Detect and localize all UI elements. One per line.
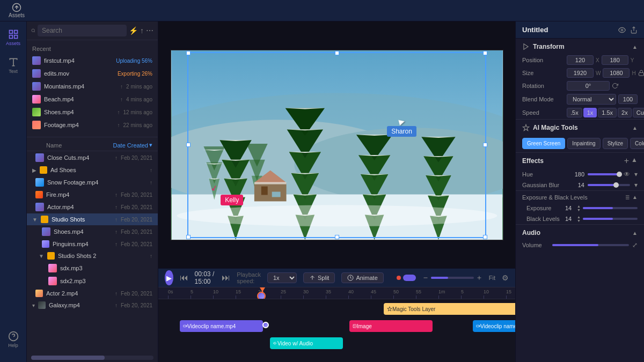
more-effect-icon[interactable]: ▾ — [634, 171, 638, 178]
track-clip-image[interactable]: Image — [349, 320, 433, 332]
list-item[interactable]: sdx.mp3 — [27, 262, 158, 275]
settings-button[interactable]: ⚙ — [502, 274, 509, 282]
file-name: Studio Shots — [52, 216, 112, 223]
black-levels-stepper[interactable]: ▲▼ — [577, 215, 581, 223]
list-item[interactable]: ▼ Studio Shots 2 ↑ — [27, 250, 158, 262]
zoom-slider[interactable] — [431, 277, 474, 279]
list-item[interactable]: ▼ Studio Shots ↑ Feb 20, 2021 — [27, 213, 158, 225]
track-clip-magic-tools[interactable]: Magic Tools Layer — [384, 303, 515, 315]
fit-button[interactable]: Fit — [489, 275, 495, 281]
rotation-input[interactable] — [567, 81, 610, 91]
volume-slider[interactable] — [552, 244, 629, 246]
playhead-avatar — [257, 292, 266, 299]
size-w-input[interactable] — [567, 68, 594, 78]
search-input[interactable] — [38, 25, 127, 36]
list-item[interactable]: Beach.mp4 ↑ 4 mins ago — [27, 93, 158, 106]
speed-custom[interactable]: Custom — [633, 108, 644, 117]
animate-button[interactable]: Animate — [341, 272, 383, 283]
speed-05x[interactable]: .5x — [567, 108, 582, 117]
list-item[interactable]: Close Cuts.mp4 ↑ Feb 20, 2021 — [27, 151, 158, 164]
pos-x-input[interactable] — [567, 55, 594, 65]
eye-gaussian-icon[interactable]: ▾ — [634, 181, 638, 189]
skip-forward-button[interactable]: ⏭ — [222, 273, 230, 283]
color-button[interactable]: Color — [630, 138, 644, 149]
svg-line-11 — [34, 32, 35, 32]
speed-label: Speed — [522, 109, 562, 116]
black-levels-slider[interactable] — [583, 218, 638, 220]
svg-point-89 — [621, 29, 623, 31]
filter-button[interactable]: ⚡ — [129, 26, 138, 35]
split-button[interactable]: Split — [303, 272, 335, 283]
speed-15x[interactable]: 1.5x — [598, 108, 617, 117]
list-icon[interactable] — [624, 194, 630, 201]
track-clip-videoclip1[interactable]: Videoclip name.mp4 — [180, 320, 263, 332]
list-item[interactable]: Footage.mp4 ↑ 22 mins ago — [27, 119, 158, 131]
list-item[interactable]: ▾ Galaxy.mp4 ↑ Feb 20, 2021 — [27, 299, 158, 311]
ai-magic-header[interactable]: AI Magic Tools ▲ — [516, 120, 644, 135]
list-item[interactable]: Actor 2.mp4 ↑ Feb 20, 2021 — [27, 287, 158, 299]
list-item[interactable]: Mountains.mp4 ↑ 2 mins ago — [27, 80, 158, 93]
speed-2x[interactable]: 2x — [618, 108, 632, 117]
horizontal-scrollbar[interactable] — [31, 356, 153, 360]
collapse-audio-icon[interactable]: ▲ — [632, 230, 638, 236]
list-item[interactable]: Actor.mp4 ↑ Feb 20, 2021 — [27, 201, 158, 213]
lock-icon[interactable] — [638, 70, 644, 76]
list-item[interactable]: Pinguins.mp4 ↑ Feb 20, 2021 — [27, 238, 158, 250]
list-item[interactable]: Shoes.mp4 ↑ 12 mins ago — [27, 106, 158, 119]
speed-selector[interactable]: 1x0.5x1.5x2x — [267, 272, 297, 283]
eye-effect-icon[interactable]: 👁 — [624, 171, 630, 178]
pos-x-unit: X — [596, 57, 599, 63]
exposure-value: 14 — [562, 205, 575, 211]
plus-icon[interactable] — [476, 275, 482, 281]
minus-icon[interactable] — [422, 275, 429, 281]
file-name: Actor.mp4 — [47, 204, 112, 210]
stylize-button[interactable]: Stylize — [603, 138, 628, 149]
list-item[interactable]: edits.mov Exporting 26% — [27, 67, 158, 80]
list-item[interactable]: sdx2.mp3 — [27, 275, 158, 287]
list-item[interactable]: Snow Footage.mp4 ↑ — [27, 176, 158, 189]
search-icon — [31, 27, 35, 34]
file-date: Feb 20, 2021 — [121, 155, 152, 161]
collapse-effects-icon[interactable]: ▲ — [631, 156, 638, 166]
expand-volume-icon[interactable]: ⤢ — [632, 241, 638, 249]
transform-section-header[interactable]: Transform ▲ — [516, 39, 644, 54]
hue-slider[interactable] — [588, 173, 619, 175]
green-screen-button[interactable]: Green Screen — [522, 138, 565, 149]
size-h-input[interactable] — [603, 68, 630, 78]
speed-1x[interactable]: 1x — [583, 108, 597, 117]
collapse-exposure-icon[interactable]: ▲ — [632, 194, 638, 201]
file-date: Feb 20, 2021 — [121, 192, 152, 198]
search-bar: ⚡ ↑ ⋯ — [27, 21, 158, 40]
sort-button[interactable]: ↑ — [140, 26, 144, 35]
col-date-header[interactable]: Date Created ▾ — [113, 142, 152, 149]
exposure-slider[interactable] — [583, 207, 638, 209]
cursor-kelly: ↙ — [210, 183, 218, 193]
rotation-icon[interactable] — [612, 83, 618, 89]
sidebar-item-help[interactable]: Help — [2, 328, 25, 351]
list-item[interactable]: firstcut.mp4 Uploading 56% — [27, 54, 158, 67]
track-clip-videoclip2[interactable]: Videoclip name.mp4 — [473, 320, 515, 332]
blend-percent[interactable] — [618, 94, 638, 104]
more-button[interactable]: ⋯ — [146, 26, 153, 35]
list-item[interactable]: ▶ Ad Shoes ↑ — [27, 164, 158, 176]
ruler-mark: 0s — [168, 289, 191, 299]
list-item[interactable]: Shoes.mp4 ↑ Feb 20, 2021 — [27, 225, 158, 238]
gaussian-slider[interactable] — [588, 184, 630, 186]
skip-back-button[interactable]: ⏮ — [180, 273, 188, 283]
exposure-stepper[interactable]: ▲▼ — [577, 204, 581, 212]
blend-mode-select[interactable]: NormalMultiplyScreen — [567, 94, 616, 105]
sidebar-item-text[interactable]: Text — [2, 54, 25, 77]
track-clip-audio[interactable]: Video w/ Audio — [270, 337, 343, 349]
add-effect-button[interactable]: + — [624, 156, 629, 166]
ruler-mark: 15 — [236, 289, 258, 299]
pos-y-input[interactable] — [602, 55, 628, 65]
loop-toggle[interactable] — [403, 275, 416, 281]
list-item[interactable]: Fire.mp4 ↑ Feb 20, 2021 — [27, 189, 158, 201]
eye-icon[interactable] — [618, 26, 626, 34]
share-icon[interactable] — [630, 26, 638, 34]
sidebar-item-assets[interactable]: Assets — [2, 26, 25, 49]
inpainting-button[interactable]: Inpainting — [567, 138, 600, 149]
play-button[interactable]: ▶ — [165, 270, 173, 285]
upload-button[interactable]: Assets — [4, 1, 29, 20]
ruler-mark: 40 — [348, 289, 371, 299]
